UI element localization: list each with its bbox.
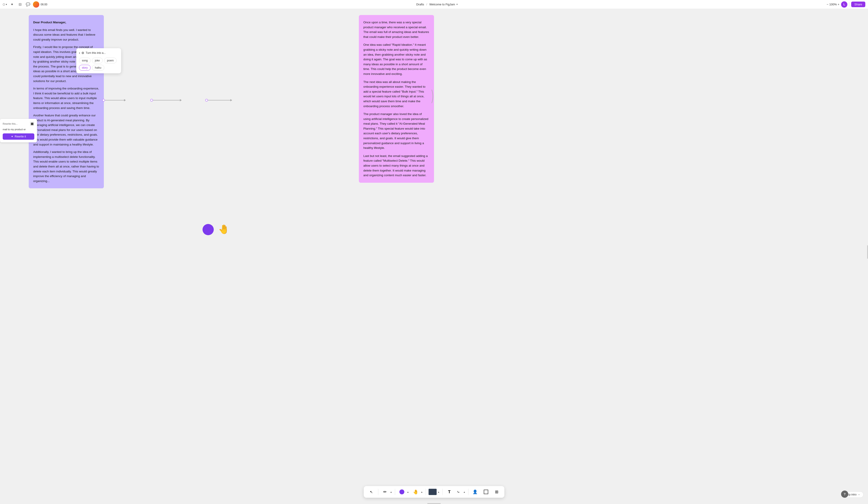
arrow-line-3 (208, 100, 230, 101)
turn-into-title-text: Turn this into a... (86, 51, 106, 54)
hand-icon: 🤚 (218, 224, 229, 234)
middle-connector (119, 99, 182, 102)
rewrite-button[interactable]: ✦ Rewrite it (3, 133, 34, 140)
layout-icon[interactable]: ⊟ (17, 1, 23, 8)
right-connector (179, 99, 232, 102)
figma-logo: ⬡ (3, 3, 5, 6)
turn-into-header: ‹ ⚙ Turn this into a... (79, 51, 118, 55)
topbar-left: ⬡ ▾ ✦ ⊟ 💬 06:00 (3, 1, 47, 8)
right-note-card: Once upon a time, there was a very speci… (359, 15, 434, 183)
hand-sticker: 🤚 (218, 224, 232, 235)
left-note-para3: In terms of improving the onboarding exp… (33, 86, 99, 110)
canvas-stickers-area: 🤚 (203, 224, 232, 235)
canvas: Dear Product Manager, I hope this email … (0, 9, 434, 252)
rewrite-icon-symbol: ⬛ (31, 123, 33, 125)
connector-dot-right (205, 99, 208, 102)
breadcrumb: Drafts / Welcome to FigJam ▾ (416, 3, 434, 6)
turn-into-title: ‹ ⚙ Turn this into a... (79, 51, 106, 55)
arrow-line-2 (153, 100, 180, 101)
right-note-para1: Once upon a time, there was a very speci… (363, 20, 430, 39)
right-note-para5: Last but not least, the email suggested … (363, 154, 430, 178)
left-note-para4: Another feature that could greatly enhan… (33, 113, 99, 147)
rewrite-panel: Rewrite this... ⬛ mail to my product er … (0, 119, 37, 143)
rewrite-btn-icon: ✦ (11, 135, 13, 138)
menu-caret: ▾ (6, 3, 7, 6)
rewrite-header: Rewrite this... ⬛ (3, 122, 34, 126)
option-song[interactable]: song (79, 57, 91, 63)
left-note-para5: Additionally, I wanted to bring up the i… (33, 149, 99, 183)
connector-dot-left (102, 99, 105, 102)
right-note-para3: The next idea was all about making the o… (363, 80, 430, 109)
main-menu-button[interactable]: ⬡ ▾ (3, 3, 7, 6)
option-joke[interactable]: joke (92, 57, 103, 63)
option-story[interactable]: story (79, 65, 91, 71)
time-display: 06:00 (41, 3, 47, 6)
turn-into-ai-icon: ⚙ (81, 51, 84, 55)
purple-circle-sticker[interactable] (203, 224, 214, 235)
greeting-text: Dear Product Manager, (33, 20, 99, 25)
ai-sparkle-icon[interactable]: ✦ (9, 1, 15, 8)
rewrite-btn-label: Rewrite it (14, 135, 26, 138)
canvas-content: Dear Product Manager, I hope this email … (0, 9, 434, 252)
right-note-para2: One idea was called "Rapid Ideation." It… (363, 42, 430, 76)
avatar-container: 06:00 (33, 1, 47, 8)
turn-into-popup: ‹ ⚙ Turn this into a... song joke poem s… (76, 48, 121, 73)
user-avatar (33, 1, 39, 8)
turn-into-back-icon[interactable]: ‹ (79, 51, 80, 55)
rewrite-title: Rewrite this... (3, 123, 18, 125)
breadcrumb-separator: / (426, 3, 427, 6)
far-right-connector (427, 87, 434, 106)
topbar: ⬡ ▾ ✦ ⊟ 💬 06:00 Drafts / Welcome to FigJ… (0, 0, 434, 9)
turn-into-options: song joke poem story haiku (79, 57, 118, 71)
left-note-card: Dear Product Manager, I hope this email … (29, 15, 104, 188)
left-note-para1: I hope this email finds you well. I want… (33, 28, 99, 42)
arrow-head-3 (230, 99, 232, 101)
rewrite-text: mail to my product er (3, 128, 34, 131)
chat-icon[interactable]: 💬 (25, 1, 31, 8)
right-note-para4: The product manager also loved the idea … (363, 112, 430, 150)
option-haiku[interactable]: haiku (92, 65, 104, 71)
connector-dot-middle (150, 99, 153, 102)
rewrite-icon: ⬛ (30, 122, 34, 126)
option-poem[interactable]: poem (104, 57, 117, 63)
breadcrumb-drafts[interactable]: Drafts (416, 3, 424, 6)
breadcrumb-current: Welcome to FigJam (429, 3, 434, 6)
